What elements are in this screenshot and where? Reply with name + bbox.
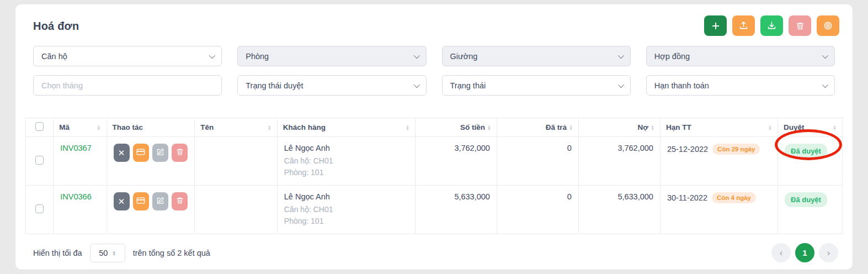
row-checkbox[interactable] (35, 204, 44, 213)
header-approve-label: Duyệt (784, 123, 805, 131)
sort-icon[interactable]: ▲▼ (268, 125, 271, 130)
delete-row-button[interactable] (172, 144, 188, 162)
approve-status-select-label: Trạng thái duyệt (246, 81, 303, 90)
header-code[interactable]: Mã▲▼ (54, 118, 106, 137)
status-badge: Đã duyệt (785, 192, 827, 207)
status-select-label: Trạng thái (450, 81, 486, 90)
edit-icon (156, 196, 165, 207)
due-cell: 30-11-2022 Còn 4 ngày (660, 186, 778, 234)
days-left-badge: Còn 29 ngày (712, 144, 760, 155)
invoice-code-link[interactable]: INV0367 (60, 144, 91, 152)
sort-icon[interactable]: ▲▼ (651, 125, 654, 130)
payment-button[interactable] (133, 192, 149, 210)
chevron-down-icon (413, 52, 419, 58)
upload-icon (738, 20, 749, 31)
approve-cell: Đã duyệt (778, 137, 843, 186)
approve-status-select[interactable]: Trạng thái duyệt (237, 75, 426, 96)
upload-button[interactable] (732, 15, 755, 36)
header-customer-label: Khách hàng (283, 123, 326, 131)
trash-icon (175, 196, 184, 207)
amount-cell: 3,762,000 (415, 137, 497, 186)
header-name-label: Tên (200, 123, 214, 131)
invoice-card: Hoá đơn (15, 4, 853, 270)
page-size-stepper[interactable]: 50 ▲▼ (90, 244, 125, 262)
header-customer[interactable]: Khách hàng▲▼ (277, 118, 415, 137)
debt-cell: 5,633,000 (578, 186, 660, 234)
customer-apartment: Căn hộ: CH01 (284, 204, 408, 215)
card-footer: Hiển thị tối đa 50 ▲▼ trên tổng số 2 kết… (25, 243, 843, 262)
sort-icon[interactable]: ▲▼ (833, 125, 837, 130)
amount-cell: 5,633,000 (415, 186, 497, 234)
debt-cell: 3,762,000 (578, 137, 660, 186)
page-title: Hoá đơn (25, 15, 79, 33)
page-size-label: Hiển thị tối đa (33, 249, 82, 257)
next-page-button[interactable]: › (819, 243, 838, 262)
customer-name: Lê Ngọc Anh (284, 192, 408, 201)
customer-apartment: Căn hộ: CH01 (284, 155, 408, 167)
paid-cell: 0 (497, 186, 578, 234)
due-cell: 25-12-2022 Còn 29 ngày (660, 137, 778, 186)
delete-button[interactable] (789, 15, 811, 36)
header-debt[interactable]: Nợ▲▼ (578, 118, 660, 137)
header-approve[interactable]: Duyệt▲▼ (778, 118, 843, 137)
chevron-right-icon: › (827, 247, 830, 259)
cancel-invoice-button[interactable]: ✕ (114, 192, 130, 210)
row-checkbox-cell (26, 137, 54, 186)
edit-button[interactable] (152, 144, 168, 162)
sort-icon[interactable]: ▲▼ (487, 125, 491, 130)
chevron-down-icon (822, 52, 828, 58)
payment-button[interactable] (133, 144, 149, 162)
header-paid[interactable]: Đã trả▲▼ (497, 118, 578, 137)
header-due[interactable]: Hạn TT▲▼ (660, 118, 778, 137)
apartment-select-label: Căn hộ (41, 52, 67, 61)
card-header: Hoá đơn (25, 15, 843, 36)
actions-cell: ✕ (106, 186, 195, 234)
sort-icon[interactable]: ▲▼ (768, 125, 772, 130)
payment-due-select[interactable]: Hạn thanh toán (646, 75, 835, 96)
row-checkbox[interactable] (35, 156, 44, 165)
cancel-invoice-button[interactable]: ✕ (114, 144, 130, 162)
room-select[interactable]: Phòng (237, 46, 426, 66)
room-select-label: Phòng (246, 52, 269, 61)
header-amount[interactable]: Số tiền▲▼ (415, 118, 497, 137)
filter-bar: Căn hộ Phòng Giường Hợp đồng Chọn tháng … (25, 46, 843, 96)
row-checkbox-cell (26, 186, 54, 234)
header-amount-label: Số tiền (460, 123, 485, 131)
x-icon: ✕ (118, 197, 125, 207)
chevron-left-icon: ‹ (780, 247, 783, 259)
month-input[interactable]: Chọn tháng (33, 75, 222, 96)
invoice-table: Mã▲▼ Thao tác Tên▲▼ Khách hàng▲▼ Số tiền… (25, 118, 843, 234)
edit-button[interactable] (152, 192, 168, 210)
header-paid-label: Đã trả (546, 123, 567, 131)
download-icon (766, 20, 777, 31)
bullseye-icon (823, 20, 833, 31)
add-invoice-button[interactable] (704, 15, 727, 36)
invoice-code-cell: INV0367 (54, 137, 106, 186)
delete-row-button[interactable] (172, 192, 188, 210)
select-all-checkbox[interactable] (35, 122, 44, 131)
sort-icon[interactable]: ▲▼ (406, 125, 409, 130)
stepper-icon[interactable]: ▲▼ (112, 250, 116, 256)
sort-icon[interactable]: ▲▼ (97, 125, 101, 130)
status-select[interactable]: Trạng thái (442, 75, 631, 96)
download-button[interactable] (760, 15, 783, 36)
header-code-label: Mã (59, 123, 70, 131)
status-badge: Đã duyệt (785, 144, 827, 159)
sort-icon[interactable]: ▲▼ (569, 125, 573, 130)
actions-cell: ✕ (106, 137, 195, 186)
due-date: 30-11-2022 (667, 193, 707, 202)
invoice-code-link[interactable]: INV0366 (60, 192, 91, 201)
header-actions: Thao tác (106, 118, 195, 137)
page-1-button[interactable]: 1 (795, 243, 814, 262)
contract-select-label: Hợp đồng (654, 52, 690, 61)
contract-select[interactable]: Hợp đồng (646, 46, 835, 66)
apartment-select[interactable]: Căn hộ (33, 46, 222, 66)
customer-cell: Lê Ngọc Anh Căn hộ: CH01 Phòng: 101 (277, 186, 415, 234)
target-button[interactable] (817, 15, 839, 36)
prev-page-button[interactable]: ‹ (771, 243, 791, 262)
bed-select[interactable]: Giường (442, 46, 631, 66)
trash-icon (795, 21, 805, 31)
customer-name: Lê Ngọc Anh (284, 144, 408, 152)
chevron-down-icon (209, 52, 215, 58)
header-name[interactable]: Tên▲▼ (195, 118, 277, 137)
